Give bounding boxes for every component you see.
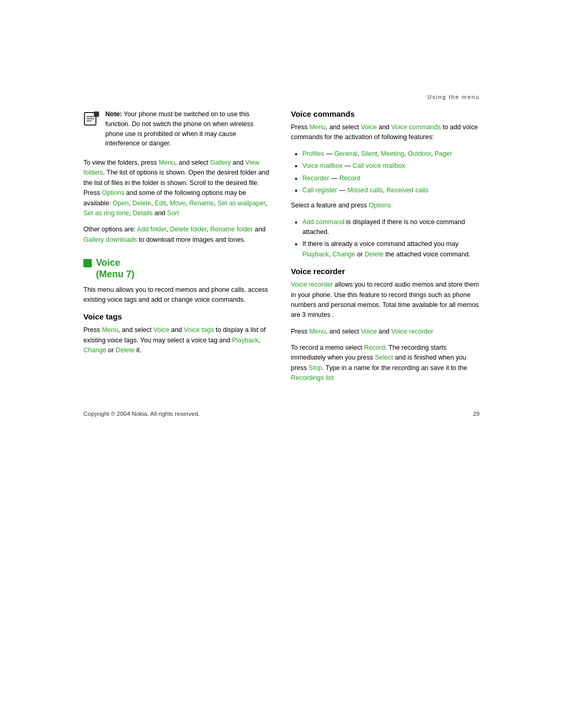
sort-link: Sort: [167, 209, 179, 217]
voice-subtitle: (Menu 7): [83, 269, 272, 280]
voice-recorder-para2: Press Menu, and select Voice and Voice r…: [291, 327, 480, 337]
text-segment: Select a feature and press: [291, 202, 369, 209]
gallery-link: Gallery: [210, 159, 231, 166]
other-options-para: Other options are: Add folder, Delete fo…: [83, 225, 272, 245]
outdoor-link: Outdoor: [408, 150, 431, 157]
add-folder-link: Add folder: [137, 226, 166, 233]
text-segment: ,: [358, 150, 361, 157]
delete-link: Delete: [116, 347, 134, 354]
folders-para: To view the folders, press Menu, and sel…: [83, 158, 272, 218]
header-label: Using the menu: [427, 94, 480, 100]
voice-recorder-link: Voice recorder: [291, 281, 333, 288]
voice-link: Voice: [153, 326, 169, 334]
note-body: Your phone must be switched on to use th…: [105, 110, 253, 147]
list-item: Voice mailbox — Call voice mailbox: [302, 161, 480, 171]
text-segment: it.: [134, 347, 141, 354]
voicemailbox-link: Voice mailbox: [302, 162, 342, 169]
text-segment: Other options are:: [83, 226, 137, 233]
voice-section-title: Voice: [83, 257, 272, 269]
delete-folder-link: Delete folder: [170, 226, 206, 233]
profiles-link: Profiles: [302, 150, 324, 157]
text-segment: Press: [83, 326, 102, 334]
record-link: Record: [339, 175, 360, 182]
voice-title: Voice: [96, 257, 120, 269]
text-segment: ,: [129, 209, 133, 217]
voice-tags-section: Voice tags Press Menu, and select Voice …: [83, 312, 272, 355]
two-column-layout: Note: Your phone must be switched on to …: [83, 109, 480, 390]
text-segment: ,: [151, 200, 155, 207]
text-segment: ,: [265, 200, 267, 207]
text-segment: —: [324, 150, 334, 157]
text-segment: the attached voice command.: [384, 251, 471, 258]
move-link: Move: [169, 200, 186, 207]
recordings-list-link: Recordings list: [291, 374, 334, 381]
list-item: Add command is displayed if there is no …: [302, 217, 480, 238]
gallery-downloads-link: Gallery downloads: [83, 236, 137, 243]
general-link: General: [334, 150, 357, 157]
text-segment: , and select: [118, 326, 153, 334]
silent-link: Silent: [361, 150, 377, 157]
text-segment: —: [329, 175, 339, 182]
voice-recorder-heading: Voice recorder: [291, 267, 480, 276]
text-segment: , and select: [326, 328, 361, 335]
text-segment: Press: [291, 124, 309, 131]
text-segment: and: [169, 326, 184, 334]
playback-link: Playback: [302, 251, 329, 258]
right-column: Voice commands Press Menu, and select Vo…: [291, 109, 480, 390]
text-segment: to download more images and tones.: [137, 236, 246, 243]
open-link: Open: [113, 200, 129, 207]
note-icon: [83, 110, 100, 127]
text-segment: or: [355, 251, 364, 258]
voice-link: Voice: [361, 124, 377, 131]
text-segment: , and select: [175, 159, 210, 166]
voice-square-icon: [83, 259, 92, 267]
left-column: Note: Your phone must be switched on to …: [83, 109, 272, 362]
text-segment: ,: [129, 200, 132, 207]
meeting-link: Meeting: [381, 150, 404, 157]
footer-page: 29: [473, 411, 480, 417]
text-segment: To view the folders, press: [83, 159, 159, 166]
text-segment: , and select: [326, 124, 361, 131]
rename-folder-link: Rename folder: [210, 226, 253, 233]
wallpaper-link: Set as wallpaper: [217, 200, 265, 207]
change-link: Change: [83, 347, 106, 354]
menu-link: Menu: [102, 326, 118, 334]
menu-link: Menu: [159, 159, 175, 166]
text-segment: and: [253, 226, 265, 233]
list-item: Profiles — General, Silent, Meeting, Out…: [302, 149, 480, 159]
voice-link: Voice: [361, 328, 377, 335]
call-register-link: Call register: [302, 187, 337, 194]
note-box: Note: Your phone must be switched on to …: [83, 109, 272, 149]
text-segment: ,: [377, 150, 381, 157]
page: Using the menu Note: Your p: [0, 0, 563, 728]
add-command-link: Add command: [302, 218, 345, 226]
voice-recorder-link2: Voice recorder: [391, 328, 434, 335]
voice-recorder-para3: To record a memo select Record. The reco…: [291, 343, 480, 384]
received-calls-link: Received calls: [386, 187, 429, 194]
note-bold: Note:: [105, 110, 122, 118]
text-segment: ,: [186, 200, 189, 207]
change-link: Change: [333, 251, 356, 258]
voice-commands-heading: Voice commands: [291, 109, 480, 118]
voice-tags-heading: Voice tags: [83, 312, 272, 321]
record-link: Record: [364, 344, 385, 351]
text-segment: ,: [431, 150, 435, 157]
edit-link: Edit: [155, 200, 166, 207]
svg-rect-1: [94, 112, 99, 117]
ringtone-link: Set as ring tone: [83, 209, 129, 217]
text-segment: and: [377, 124, 391, 131]
options-bullets-list: Add command is displayed if there is no …: [291, 217, 480, 260]
delete-link: Delete: [132, 200, 151, 207]
voice-commands-section: Voice commands Press Menu, and select Vo…: [291, 109, 480, 260]
voice-commands-para: Press Menu, and select Voice and Voice c…: [291, 122, 480, 143]
voice-tags-para: Press Menu, and select Voice and Voice t…: [83, 325, 272, 355]
rename-link: Rename: [189, 200, 214, 207]
details-link: Details: [133, 209, 153, 217]
playback-link: Playback: [232, 337, 259, 344]
delete-link: Delete: [365, 251, 384, 258]
list-item: Recorder — Record: [302, 174, 480, 183]
voice-intro: This menu allows you to record memos and…: [83, 285, 272, 305]
call-voice-mailbox-link: Call voice mailbox: [353, 162, 406, 169]
options-link: Options: [369, 202, 391, 209]
stop-link: Stop: [309, 364, 322, 372]
